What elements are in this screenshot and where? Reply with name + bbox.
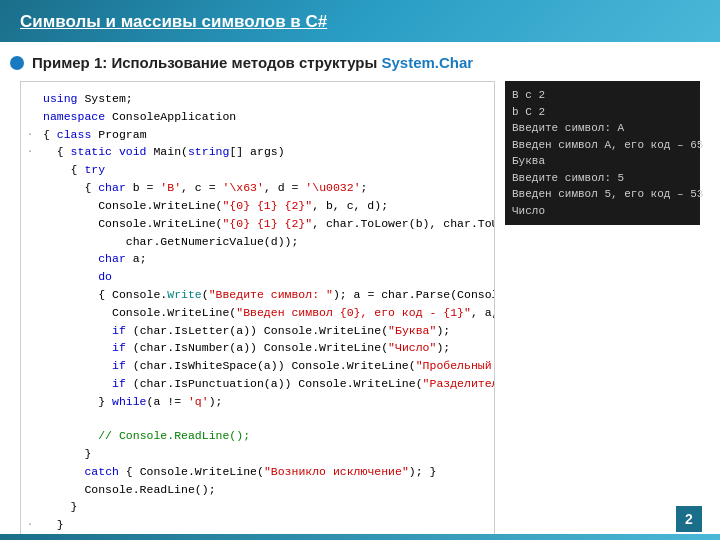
subtitle-text: Пример 1: Использование методов структур… <box>32 54 473 71</box>
code-text: Console.ReadLine(); <box>43 481 488 499</box>
main-content: using System; namespace ConsoleApplicati… <box>0 77 720 540</box>
code-text: { try <box>43 161 488 179</box>
code-text: namespace ConsoleApplication <box>43 108 488 126</box>
code-text: if (char.IsNumber(a)) Console.WriteLine(… <box>43 339 488 357</box>
code-line: } <box>27 498 488 516</box>
code-text: Console.WriteLine("{0} {1} {2}", b, c, d… <box>43 197 488 215</box>
line-number <box>27 339 39 357</box>
code-line: using System; <box>27 90 488 108</box>
code-line: if (char.IsWhiteSpace(a)) Console.WriteL… <box>27 357 488 375</box>
code-line: Console.ReadLine(); <box>27 481 488 499</box>
line-number <box>27 161 39 179</box>
line-number <box>27 322 39 340</box>
code-text: do <box>43 268 488 286</box>
console-line: b C 2 <box>512 104 693 121</box>
code-line: Console.WriteLine("{0} {1} {2}", b, c, d… <box>27 197 488 215</box>
line-number <box>27 411 39 428</box>
code-line: } while(a != 'q'); <box>27 393 488 411</box>
line-number: · <box>27 516 39 534</box>
code-text: } <box>43 445 488 463</box>
code-line: char.GetNumericValue(d)); <box>27 233 488 251</box>
code-line: { char b = 'B', c = '\x63', d = '\u0032'… <box>27 179 488 197</box>
line-number <box>27 268 39 286</box>
code-line: if (char.IsPunctuation(a)) Console.Write… <box>27 375 488 393</box>
code-line: Console.WriteLine("{0} {1} {2}", char.To… <box>27 215 488 233</box>
line-number <box>27 233 39 251</box>
console-line: Введите символ: 5 <box>512 170 693 187</box>
line-number <box>27 445 39 463</box>
code-text: if (char.IsWhiteSpace(a)) Console.WriteL… <box>43 357 495 375</box>
console-line: Число <box>512 203 693 220</box>
code-line: · { static void Main(string[] args) <box>27 143 488 161</box>
console-line: Введите символ: А <box>512 120 693 137</box>
line-number <box>27 393 39 411</box>
line-number <box>27 179 39 197</box>
line-number <box>27 498 39 516</box>
code-text: } <box>43 516 488 534</box>
line-number <box>27 286 39 304</box>
bullet-icon <box>10 56 24 70</box>
code-line: · } <box>27 516 488 534</box>
line-number <box>27 250 39 268</box>
slide: Символы и массивы символов в C# Пример 1… <box>0 0 720 540</box>
bottom-bar <box>0 534 720 540</box>
code-line: catch { Console.WriteLine("Возникло искл… <box>27 463 488 481</box>
code-line: do <box>27 268 488 286</box>
code-text: Console.WriteLine("{0} {1} {2}", char.To… <box>43 215 495 233</box>
code-line: Console.WriteLine("Введен символ {0}, ег… <box>27 304 488 322</box>
line-number <box>27 481 39 499</box>
code-text: } while(a != 'q'); <box>43 393 488 411</box>
code-text: char.GetNumericValue(d)); <box>43 233 488 251</box>
code-text: } <box>43 498 488 516</box>
code-container: using System; namespace ConsoleApplicati… <box>20 81 495 540</box>
code-text: Console.WriteLine("Введен символ {0}, ег… <box>43 304 495 322</box>
code-text: using System; <box>43 90 488 108</box>
code-text: catch { Console.WriteLine("Возникло искл… <box>43 463 488 481</box>
code-line: { try <box>27 161 488 179</box>
line-number <box>27 463 39 481</box>
code-line: ·{ class Program <box>27 126 488 144</box>
line-number <box>27 375 39 393</box>
code-text: if (char.IsLetter(a)) Console.WriteLine(… <box>43 322 488 340</box>
line-number <box>27 215 39 233</box>
console-line: Введен символ 5, его код – 53 <box>512 186 693 203</box>
console-line: Введен символ А, его код – 65 <box>512 137 693 154</box>
code-line: // Console.ReadLine(); <box>27 427 488 445</box>
code-line: { Console.Write("Введите символ: "); a =… <box>27 286 488 304</box>
line-number <box>27 304 39 322</box>
code-line: if (char.IsNumber(a)) Console.WriteLine(… <box>27 339 488 357</box>
line-number <box>27 427 39 445</box>
line-number: · <box>27 126 39 144</box>
line-number <box>27 90 39 108</box>
code-text: { char b = 'B', c = '\x63', d = '\u0032'… <box>43 179 488 197</box>
code-text: { class Program <box>43 126 488 144</box>
code-text: { Console.Write("Введите символ: "); a =… <box>43 286 495 304</box>
subtitle-highlight: System.Char <box>382 54 474 71</box>
header-title: Символы и массивы символов в C# <box>20 12 327 31</box>
line-number <box>27 197 39 215</box>
line-number: · <box>27 143 39 161</box>
console-output: B c 2b C 2Введите символ: АВведен символ… <box>505 81 700 225</box>
line-number <box>27 108 39 126</box>
code-text: char a; <box>43 250 488 268</box>
subtitle-row: Пример 1: Использование методов структур… <box>0 42 720 77</box>
code-line: if (char.IsLetter(a)) Console.WriteLine(… <box>27 322 488 340</box>
line-number <box>27 357 39 375</box>
console-line: B c 2 <box>512 87 693 104</box>
code-text <box>43 411 488 428</box>
code-line: } <box>27 445 488 463</box>
code-text: { static void Main(string[] args) <box>43 143 488 161</box>
console-line: Буква <box>512 153 693 170</box>
header: Символы и массивы символов в C# <box>0 0 720 42</box>
code-text: // Console.ReadLine(); <box>43 427 488 445</box>
code-line: namespace ConsoleApplication <box>27 108 488 126</box>
code-text: if (char.IsPunctuation(a)) Console.Write… <box>43 375 495 393</box>
code-line: char a; <box>27 250 488 268</box>
page-number: 2 <box>676 506 702 532</box>
subtitle-prefix: Пример 1: Использование методов структур… <box>32 54 382 71</box>
code-line <box>27 411 488 428</box>
